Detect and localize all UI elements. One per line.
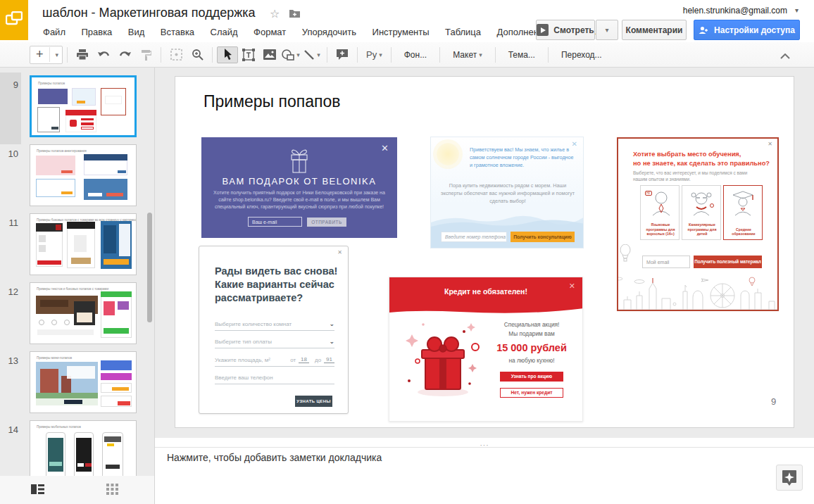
header-curve — [389, 305, 583, 315]
slide-workspace: Примеры попапов ✕ ВАМ ПОДАРОК ОТ BELONIK… — [155, 68, 814, 438]
promo-line3: на любую кухню! — [488, 357, 575, 364]
account-email[interactable]: helen.strunkina@gmail.com — [683, 6, 787, 15]
zoom-fit-button[interactable] — [165, 46, 187, 63]
slide-number: 9 — [0, 80, 18, 90]
move-folder-icon[interactable] — [289, 8, 301, 21]
app-header: шаблон - Маркетинговая поддержка ☆ Файл … — [0, 0, 814, 42]
notes-placeholder: Нажмите, чтобы добавить заметки докладчи… — [167, 452, 382, 463]
gift-outline-icon — [289, 143, 310, 177]
slide-thumbnail-10[interactable]: 10 Примеры попапов-анкетирования — [0, 144, 154, 212]
layout-button[interactable]: Макет ▾ — [444, 46, 491, 64]
balloon-art — [619, 244, 632, 263]
popup-heading: Приветствуем вас! Мы знаем, что жилье в … — [470, 146, 577, 169]
popup-education[interactable]: ✕ Хотите выбрать место обучения, но не з… — [617, 137, 779, 311]
slide-thumbnail-preview: Примеры попапов — [30, 75, 137, 137]
popup-title: Кредит не обязателен! — [389, 287, 582, 296]
present-label: Смотреть — [553, 25, 594, 35]
menu-insert[interactable]: Вставка — [154, 27, 201, 37]
slide-thumbnail-preview: Примеры боковых попапов с товарами во вс… — [30, 213, 137, 275]
slide-title[interactable]: Примеры попапов — [204, 92, 340, 111]
print-button[interactable] — [72, 46, 93, 63]
filmstrip-panel: 9 Примеры попапов 10 При — [0, 68, 155, 504]
popup-title: Хотите выбрать место обучения, но не зна… — [633, 150, 770, 168]
slide-thumbnail-preview: Примеры текстов и боковых попапов с това… — [30, 282, 137, 344]
filmstrip-view-icon[interactable] — [31, 484, 44, 498]
explore-button[interactable] — [776, 465, 803, 491]
play-icon — [537, 24, 549, 36]
person-icon — [699, 26, 709, 34]
slide-thumbnail-11[interactable]: 11 Примеры боковых попапов с товарами во… — [0, 213, 154, 281]
line-caret-icon: ▾ — [317, 51, 320, 58]
transition-button[interactable]: Переход... — [553, 46, 610, 64]
speech-bubble: Hi! — [645, 191, 652, 196]
add-slide-button[interactable]: + ▾ — [30, 46, 63, 64]
menu-slide[interactable]: Слайд — [204, 27, 244, 37]
speaker-notes-panel[interactable]: Нажмите, чтобы добавить заметки докладчи… — [155, 448, 814, 504]
menu-file[interactable]: Файл — [37, 27, 72, 37]
paint-format-button[interactable] — [135, 46, 156, 63]
chevron-down-icon: ⌄ — [329, 320, 334, 327]
filmstrip-scrollbar[interactable] — [147, 213, 152, 322]
menu-format[interactable]: Формат — [247, 27, 292, 37]
textbox-tool-button[interactable] — [238, 46, 259, 63]
need-credit-button: Нет, нужен кредит — [500, 388, 563, 398]
send-button: ОТПРАВИТЬ — [307, 218, 346, 227]
redo-button[interactable] — [114, 46, 135, 63]
menu-view[interactable]: Вид — [122, 27, 151, 37]
star-icon[interactable]: ☆ — [270, 7, 280, 20]
theme-button[interactable]: Тема... — [500, 46, 544, 64]
popup-credit-kitchen[interactable]: Кредит не обязателен! ✕ Специальная акци… — [389, 277, 583, 422]
insert-comment-button[interactable] — [332, 46, 353, 63]
shape-caret-icon: ▾ — [296, 51, 300, 58]
add-slide-caret-icon[interactable]: ▾ — [52, 51, 63, 58]
document-title[interactable]: шаблон - Маркетинговая поддержка — [42, 6, 256, 20]
present-options-button[interactable]: ▾ — [596, 20, 618, 40]
chevron-down-icon: ⌄ — [329, 338, 334, 345]
popup-survey-form[interactable]: ✕ Рады видеть вас снова! Какие варианты … — [199, 246, 349, 414]
comments-button[interactable]: Комментарии — [622, 20, 687, 40]
menu-arrange[interactable]: Упорядочить — [296, 27, 363, 37]
option-adult-programs: Hi! Языковые программы для взрослых (16+… — [640, 185, 680, 240]
slide-number: 11 — [0, 218, 18, 228]
slide-page-number[interactable]: 9 — [771, 396, 776, 407]
slide-thumbnail-14[interactable]: 14 Примеры мобильных попапов — [0, 420, 154, 476]
gift-box-art — [402, 316, 484, 399]
city-skyline-art — [618, 273, 777, 311]
spelling-language-button[interactable]: Ру ▾ — [362, 46, 387, 63]
slide-thumbnail-12[interactable]: 12 Примеры текстов и боковых попапов с т… — [0, 282, 154, 350]
layout-label: Макет — [453, 50, 477, 60]
popup-sea-realty[interactable]: ✕ Приветствуем вас! Мы знаем, что жилье … — [430, 137, 584, 248]
line-tool-button[interactable]: ▾ — [301, 46, 323, 63]
slide-number: 12 — [0, 286, 18, 297]
slide-number: 10 — [0, 149, 18, 159]
slides-logo-icon — [6, 11, 23, 28]
menu-edit[interactable]: Правка — [75, 27, 118, 37]
share-button[interactable]: Настройки доступа — [694, 20, 800, 40]
slide-thumbnail-preview: Примеры мини-попапов — [30, 351, 137, 413]
notes-resize-handle[interactable]: ··· — [155, 438, 814, 448]
account-caret-icon[interactable]: ▾ — [795, 6, 799, 14]
language-label: Ру — [366, 49, 377, 60]
slide-thumbnail-preview: Примеры мобильных попапов — [30, 420, 137, 476]
slides-logo[interactable] — [0, 0, 28, 40]
slide-thumbnail-9[interactable]: 9 Примеры попапов — [0, 75, 154, 143]
shape-tool-button[interactable]: ▾ — [280, 46, 301, 63]
promo-amount: 15 000 рублей — [488, 342, 575, 353]
present-button[interactable]: Смотреть — [536, 20, 595, 40]
slide-canvas[interactable]: Примеры попапов ✕ ВАМ ПОДАРОК ОТ BELONIK… — [175, 76, 794, 428]
email-field: Мой email — [642, 256, 690, 268]
zoom-button[interactable] — [187, 46, 208, 63]
menu-tools[interactable]: Инструменты — [366, 27, 436, 37]
menu-table[interactable]: Таблица — [439, 27, 487, 37]
background-button[interactable]: Фон... — [396, 46, 435, 64]
popup-belonika[interactable]: ✕ ВАМ ПОДАРОК ОТ BELONIKA Хотите получит… — [201, 137, 397, 238]
material-button: Получить полезный материал — [694, 256, 762, 268]
grid-view-icon[interactable] — [106, 484, 118, 498]
collapse-toolbar-icon[interactable] — [780, 49, 790, 62]
undo-button[interactable] — [93, 46, 114, 63]
image-tool-button[interactable] — [259, 46, 280, 63]
popup-body: Хотите получить приятный подарок от Ники… — [211, 189, 387, 210]
slide-thumbnail-13[interactable]: 13 Примеры мини-попапов — [0, 351, 154, 419]
select-tool-button[interactable] — [217, 46, 238, 63]
close-icon: ✕ — [768, 141, 772, 147]
